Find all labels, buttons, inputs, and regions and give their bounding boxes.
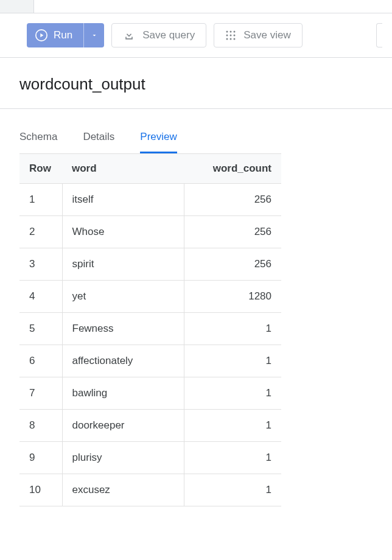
svg-point-9 xyxy=(234,38,236,40)
save-view-label: Save view xyxy=(243,29,290,41)
play-icon xyxy=(35,29,47,41)
toolbar: Run Save query Save view xyxy=(0,13,392,58)
svg-point-8 xyxy=(230,38,232,40)
cell-word: doorkeeper xyxy=(62,410,184,442)
cell-row: 4 xyxy=(19,281,62,313)
cell-word-count: 1 xyxy=(184,474,281,506)
cell-word-count: 1 xyxy=(184,345,281,377)
run-button-group: Run xyxy=(27,23,104,47)
cell-row: 5 xyxy=(19,313,62,345)
cell-row: 8 xyxy=(19,410,62,442)
table-row: 6affectionately1 xyxy=(19,345,281,377)
table-row: 1itself256 xyxy=(19,184,281,216)
save-query-button[interactable]: Save query xyxy=(111,23,206,47)
cell-word: bawling xyxy=(62,377,184,410)
cell-word-count: 1 xyxy=(184,442,281,474)
top-tab-strip xyxy=(0,0,392,13)
page-title: wordcount_output xyxy=(19,75,373,94)
cell-word-count: 1 xyxy=(184,377,281,410)
cell-word-count: 1 xyxy=(184,313,281,345)
run-button-label: Run xyxy=(54,29,72,41)
cell-row: 10 xyxy=(19,474,62,506)
table-row: 5Fewness1 xyxy=(19,313,281,345)
cell-word: Whose xyxy=(62,216,184,248)
cell-word: spirit xyxy=(62,248,184,281)
cell-row: 1 xyxy=(19,184,62,216)
cell-word: excusez xyxy=(62,474,184,506)
table-row: 9plurisy1 xyxy=(19,442,281,474)
svg-point-2 xyxy=(230,31,232,33)
svg-point-4 xyxy=(226,35,228,37)
svg-point-6 xyxy=(234,35,236,37)
download-icon xyxy=(123,29,135,41)
cell-word: Fewness xyxy=(62,313,184,345)
tab-schema[interactable]: Schema xyxy=(19,122,57,153)
table-row: 7bawling1 xyxy=(19,377,281,410)
save-query-label: Save query xyxy=(142,29,195,41)
svg-point-1 xyxy=(226,31,228,33)
cell-row: 3 xyxy=(19,248,62,281)
tab-details[interactable]: Details xyxy=(83,122,114,153)
toolbar-overflow-stub xyxy=(376,23,382,47)
tab-preview[interactable]: Preview xyxy=(140,122,177,153)
header-word: word xyxy=(62,154,184,184)
cell-word-count: 256 xyxy=(184,216,281,248)
run-button[interactable]: Run xyxy=(27,23,83,47)
svg-point-3 xyxy=(234,31,236,33)
cell-word-count: 256 xyxy=(184,184,281,216)
table-row: 10excusez1 xyxy=(19,474,281,506)
cell-word: plurisy xyxy=(62,442,184,474)
table-row: 3spirit256 xyxy=(19,248,281,281)
svg-point-5 xyxy=(230,35,232,37)
cell-word: yet xyxy=(62,281,184,313)
preview-table-container: Row word word_count 1itself2562Whose2563… xyxy=(0,153,392,506)
header-row: Row xyxy=(19,154,62,184)
cell-row: 2 xyxy=(19,216,62,248)
cell-word-count: 1 xyxy=(184,410,281,442)
svg-point-7 xyxy=(226,38,228,40)
grid-icon xyxy=(225,30,236,41)
preview-table: Row word word_count 1itself2562Whose2563… xyxy=(19,153,281,506)
run-button-dropdown[interactable] xyxy=(83,23,104,47)
cell-word-count: 256 xyxy=(184,248,281,281)
table-row: 4yet1280 xyxy=(19,281,281,313)
save-view-button[interactable]: Save view xyxy=(214,23,302,47)
title-bar: wordcount_output xyxy=(0,58,392,109)
caret-down-icon xyxy=(91,32,98,39)
table-header-row: Row word word_count xyxy=(19,154,281,184)
table-row: 8doorkeeper1 xyxy=(19,410,281,442)
cell-word: affectionately xyxy=(62,345,184,377)
cell-row: 6 xyxy=(19,345,62,377)
cell-row: 9 xyxy=(19,442,62,474)
tabs: Schema Details Preview xyxy=(0,122,392,153)
cell-word-count: 1280 xyxy=(184,281,281,313)
table-row: 2Whose256 xyxy=(19,216,281,248)
cell-word: itself xyxy=(62,184,184,216)
top-tab-stub xyxy=(0,0,34,13)
cell-row: 7 xyxy=(19,377,62,410)
header-word-count: word_count xyxy=(184,154,281,184)
